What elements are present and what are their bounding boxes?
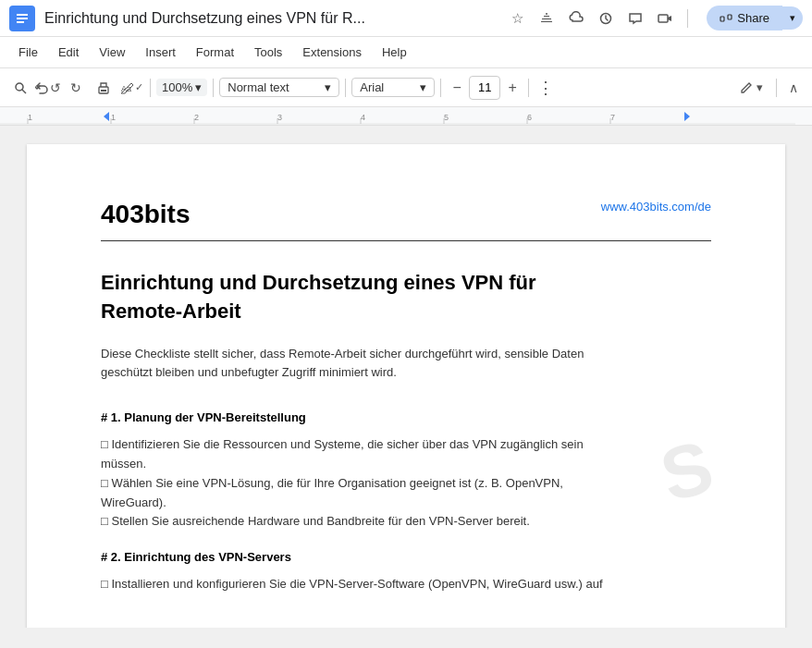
zoom-value: 100% (162, 80, 192, 94)
svg-text:3: 3 (277, 113, 282, 122)
svg-text:1: 1 (111, 113, 116, 122)
title-bar: Einrichtung und Durchsetzung eines VPN f… (0, 0, 812, 37)
cloud-save-icon[interactable] (535, 7, 558, 30)
style-selector[interactable]: Normal text ▾ (219, 78, 339, 97)
doc-description: Diese Checkliste stellt sicher, dass Rem… (101, 345, 711, 384)
app-icon (9, 6, 35, 31)
sep1 (150, 79, 151, 97)
font-value: Arial (360, 80, 384, 94)
sep3 (345, 79, 346, 97)
sep4 (440, 79, 441, 97)
video-icon[interactable] (654, 7, 676, 30)
comment-icon[interactable] (624, 7, 646, 30)
svg-text:2: 2 (194, 113, 199, 122)
menu-help[interactable]: Help (373, 42, 416, 63)
style-dropdown-icon: ▾ (325, 80, 331, 94)
doc-page: 403bits www.403bits.com/de Einrichtung u… (27, 144, 785, 628)
svg-text:6: 6 (527, 113, 532, 122)
svg-rect-6 (658, 15, 668, 22)
sep5 (528, 79, 529, 97)
menu-extensions[interactable]: Extensions (293, 42, 371, 63)
share-button-group: Share ▾ (707, 6, 803, 31)
cloud-icon[interactable] (565, 7, 587, 30)
font-size-input[interactable]: 11 (469, 76, 500, 100)
svg-rect-8 (728, 15, 732, 19)
font-dropdown-icon: ▾ (420, 80, 426, 94)
spellcheck-btn[interactable]: Aa ✓ (118, 75, 144, 101)
font-size-decrease-btn[interactable]: − (447, 78, 467, 98)
company-name: 403bits (101, 200, 191, 229)
checklist-item-1: □ Identifizieren Sie die Ressourcen und … (101, 435, 711, 474)
title-icons: ☆ Share ▾ (506, 6, 803, 31)
share-button[interactable]: Share (707, 6, 782, 31)
section1-title: # 1. Planung der VPN-Bereitstellung (101, 410, 711, 424)
ruler: 1 1 2 3 4 5 6 7 (0, 107, 812, 126)
zoom-selector[interactable]: 100% ▾ (156, 79, 207, 96)
star-icon[interactable]: ☆ (506, 7, 528, 30)
company-url[interactable]: www.403bits.com/de (601, 200, 711, 214)
undo-btn[interactable]: ↺ (35, 75, 61, 101)
menu-edit[interactable]: Edit (49, 42, 88, 63)
share-label: Share (737, 11, 769, 25)
search-btn[interactable] (7, 75, 33, 101)
edit-mode-btn[interactable]: ▾ (732, 79, 770, 96)
menu-tools[interactable]: Tools (245, 42, 291, 63)
svg-rect-2 (17, 18, 28, 19)
toolbar: ↺ ↻ Aa ✓ 100% ▾ Normal text ▾ Arial ▾ − … (0, 68, 812, 107)
style-value: Normal text (228, 80, 289, 94)
divider (687, 9, 688, 28)
svg-text:5: 5 (444, 113, 449, 122)
svg-marker-16 (684, 112, 690, 121)
font-size-increase-btn[interactable]: + (502, 78, 523, 98)
menu-bar: File Edit View Insert Format Tools Exten… (0, 37, 812, 68)
svg-text:1: 1 (28, 113, 32, 122)
share-dropdown-button[interactable]: ▾ (782, 6, 803, 30)
doc-title[interactable]: Einrichtung und Durchsetzung eines VPN f… (44, 10, 497, 27)
print-btn[interactable] (91, 75, 117, 101)
more-options-btn[interactable]: ⋮ (535, 77, 557, 99)
doc-main-title: Einrichtung und Durchsetzung eines VPN f… (101, 269, 711, 326)
redo-btn[interactable]: ↻ (63, 75, 89, 101)
svg-rect-7 (720, 17, 724, 21)
sep2 (213, 79, 214, 97)
svg-line-10 (22, 90, 26, 93)
checklist-item-2: □ Wählen Sie eine VPN-Lösung, die für Ih… (101, 474, 711, 513)
zoom-dropdown-icon: ▾ (195, 80, 202, 94)
collapse-btn[interactable]: ∧ (782, 77, 805, 99)
svg-point-9 (16, 83, 23, 91)
checklist-item-3: □ Stellen Sie ausreichende Hardware und … (101, 512, 711, 532)
menu-format[interactable]: Format (187, 42, 243, 63)
company-header: 403bits www.403bits.com/de (101, 200, 711, 241)
pencil-dropdown-icon: ▾ (757, 80, 763, 94)
svg-text:7: 7 (610, 113, 615, 122)
svg-rect-1 (17, 14, 28, 16)
svg-marker-15 (104, 112, 109, 121)
font-size-area: − 11 + (447, 76, 523, 100)
font-selector[interactable]: Arial ▾ (351, 78, 435, 97)
svg-rect-3 (17, 21, 24, 23)
menu-insert[interactable]: Insert (136, 42, 185, 63)
section2-title: # 2. Einrichtung des VPN-Servers (101, 550, 711, 564)
menu-view[interactable]: View (90, 42, 134, 63)
svg-text:4: 4 (361, 113, 365, 122)
svg-rect-12 (101, 90, 106, 92)
menu-file[interactable]: File (9, 42, 47, 63)
history-icon[interactable] (595, 7, 617, 30)
svg-point-4 (546, 13, 547, 15)
doc-area: 403bits www.403bits.com/de Einrichtung u… (0, 126, 812, 628)
checklist-item-4: □ Installieren und konfigurieren Sie die… (101, 575, 711, 594)
sep6 (776, 79, 777, 97)
